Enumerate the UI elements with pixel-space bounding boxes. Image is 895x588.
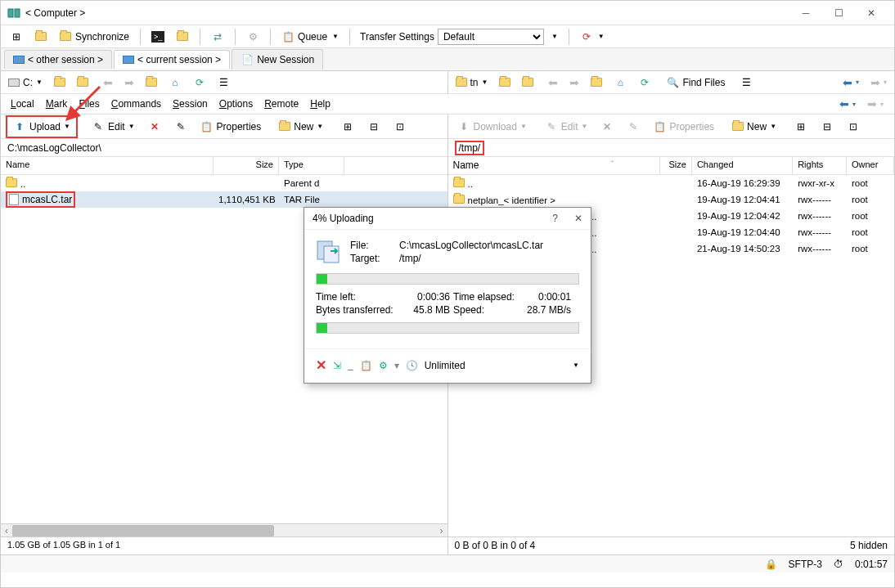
remote-home-icon[interactable]: ⌂ [609,74,631,92]
col-changed[interactable]: Changed [692,157,793,174]
col-type[interactable]: Type [279,157,344,174]
local-home-icon[interactable]: ⌂ [164,74,186,92]
remote-path[interactable]: /tmp/ [448,139,895,157]
terminal-icon[interactable]: >_ [147,29,169,45]
remote-select-none-icon[interactable]: ⊟ [816,118,838,136]
remote-nav-forward-icon[interactable]: ➡ ▾ [866,74,891,92]
minimize-transfer-icon[interactable]: _ [348,360,353,371]
download-button[interactable]: ⬇Download ▼ [453,118,531,136]
remote-drive-select[interactable]: tn ▼ [452,74,492,91]
local-parent-folder-icon[interactable] [73,75,92,89]
menu-session[interactable]: Session [173,98,208,110]
queue-button[interactable]: 📋Queue▼ [277,28,343,46]
browse-icon[interactable] [172,28,193,46]
main-toolbar: ⊞ Synchronize >_ ⇄ ⚙ 📋Queue▼ Transfer Se… [1,25,894,48]
local-refresh-icon[interactable]: ⟳ [189,74,210,92]
settings-icon[interactable]: ⚙ [242,28,263,46]
local-new-button[interactable]: New ▼ [275,119,327,135]
table-row[interactable]: ..16-Aug-19 16:29:39rwxr-xr-xroot [448,175,895,191]
remote-edit-button[interactable]: ✎Edit ▼ [541,118,592,136]
dialog-close-button[interactable]: ✕ [574,213,582,224]
speed-limit-value[interactable]: Unlimited [425,360,465,371]
menu-options[interactable]: Options [219,98,253,110]
remote-open-folder-icon[interactable] [495,75,515,89]
col-size[interactable]: Size [660,157,692,174]
remote-refresh-icon[interactable]: ⟳ [634,74,655,92]
tab-other-session[interactable]: < other session > [4,50,112,69]
local-scrollbar[interactable]: ‹ › [1,523,448,536]
remote-tree-icon[interactable]: ☰ [735,74,757,92]
transfer-settings-dropdown[interactable]: ▼ [547,30,562,43]
app-icon [7,7,20,20]
new-session-icon[interactable]: ⊞ [6,28,27,46]
local-invert-icon[interactable]: ⊡ [389,118,411,136]
transfer-settings-select[interactable]: Default [438,29,544,45]
dialog-help-button[interactable]: ? [552,213,558,224]
menu-commands[interactable]: Commands [111,98,161,110]
background-transfer-icon[interactable]: ⇲ [333,360,341,371]
cancel-transfer-icon[interactable]: ✕ [316,357,326,373]
queue-transfer-icon[interactable]: 📋 [360,360,372,371]
tab-new-session[interactable]: 📄New Session [232,49,323,70]
speed-limit-dropdown[interactable]: ▼ [573,361,579,369]
remote-select-all-icon[interactable]: ⊞ [790,118,812,136]
connection-statusbar: 🔒 SFTP-3 ⏱ 0:01:57 [1,554,894,572]
local-tree-icon[interactable]: ☰ [214,74,235,92]
remote-properties-button[interactable]: 📋Properties [649,118,718,136]
local-columns: Name Size Type [1,157,448,175]
sync-folders-icon[interactable] [30,28,52,46]
upload-dialog: 4% Uploading ? ✕ File:C:\mcasLogCollecto… [304,207,591,384]
local-forward-icon[interactable]: ➡ [120,74,138,92]
refresh-icon[interactable]: ⟳▼ [576,28,609,46]
menu-local[interactable]: Local [11,98,34,110]
remote-rename-icon[interactable]: ✎ [623,118,644,136]
local-open-folder-icon[interactable] [50,75,70,89]
find-files-button[interactable]: 🔍Find Files [662,74,729,92]
maximize-button[interactable]: ☐ [822,2,855,25]
lock-icon: 🔒 [765,559,777,570]
compare-icon[interactable]: ⇄ [207,28,228,46]
menu-help[interactable]: Help [310,98,331,110]
remote-nav-back-icon[interactable]: ⬅ ▾ [839,74,863,92]
time-left: 0:00:36 [401,291,450,303]
remote-forward-icon[interactable]: ➡ [565,74,583,92]
local-properties-button[interactable]: 📋Properties [196,118,266,136]
synchronize-button[interactable]: Synchronize [55,28,133,46]
col-name[interactable]: Nameˆ [448,157,660,174]
remote-new-button[interactable]: New ▼ [728,119,780,135]
transfer-settings-label: Transfer Settings [360,31,434,43]
tab-current-session[interactable]: < current session > [114,50,230,69]
menu-remote[interactable]: Remote [264,98,299,110]
remote-invert-icon[interactable]: ⊡ [843,118,864,136]
table-row[interactable]: netplan_< identifier >19-Aug-19 12:04:41… [448,191,895,208]
upload-button[interactable]: ⬆Upload ▼ [9,118,74,136]
col-size[interactable]: Size [214,157,279,174]
local-edit-button[interactable]: ✎Edit ▼ [88,118,139,136]
col-owner[interactable]: Owner [847,157,894,174]
local-back-icon[interactable]: ⬅ [99,74,117,92]
local-delete-icon[interactable]: ✕ [144,118,165,136]
local-nav-forward-icon[interactable]: ➡ ▾ [863,95,888,113]
target-path: /tmp/ [399,253,421,264]
col-name[interactable]: Name [1,157,214,174]
local-path[interactable]: C:\mcasLogCollector\ [1,139,448,157]
local-nav-back-icon[interactable]: ⬅ ▾ [835,95,860,113]
speed-settings-icon[interactable]: ⚙ [379,360,388,371]
minimize-button[interactable]: ─ [789,2,822,25]
remote-parent-folder-icon[interactable] [518,75,537,89]
col-rights[interactable]: Rights [793,157,847,174]
file-path: C:\mcasLogCollector\mcasLC.tar [399,240,543,251]
local-rename-icon[interactable]: ✎ [170,118,191,136]
menu-mark[interactable]: Mark [46,98,68,110]
local-select-all-icon[interactable]: ⊞ [337,118,358,136]
close-button[interactable]: ✕ [855,2,888,25]
local-select-none-icon[interactable]: ⊟ [363,118,385,136]
local-drive-select[interactable]: C: ▼ [4,74,47,91]
table-row[interactable]: ..Parent d [1,175,448,191]
remote-delete-icon[interactable]: ✕ [596,118,618,136]
remote-back-icon[interactable]: ⬅ [544,74,562,92]
table-row[interactable]: mcasLC.tar1,110,451 KBTAR File [1,191,448,208]
menu-files[interactable]: Files [79,98,99,110]
local-bookmarks-icon[interactable] [142,75,161,89]
remote-bookmarks-icon[interactable] [587,75,606,89]
